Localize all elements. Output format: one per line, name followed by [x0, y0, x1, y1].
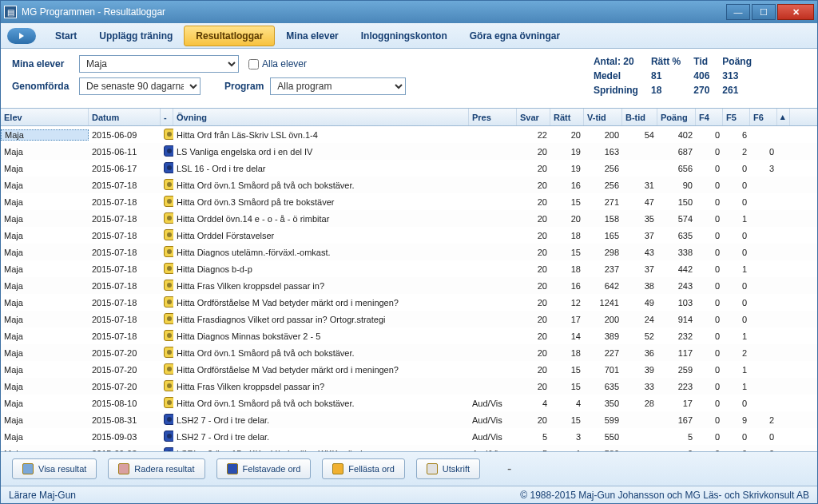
titlebar: ▤ MG Programmen - Resultatloggar — ☐ ✕ — [1, 1, 817, 23]
utskrift-button[interactable]: Utskrift — [416, 458, 480, 479]
tab-mina-elever[interactable]: Mina elever — [275, 26, 349, 46]
exercise-icon — [164, 313, 173, 324]
mina-elever-select[interactable]: Maja — [79, 55, 239, 73]
main-tabs: Start Upplägg träning Resultatloggar Min… — [1, 23, 817, 49]
table-row[interactable]: Maja2015-07-18Hitta Ord övn.1 Småord på … — [1, 177, 817, 193]
app-icon: ▤ — [4, 6, 17, 18]
col-f4[interactable]: F4 — [696, 109, 723, 125]
tab-start[interactable]: Start — [44, 26, 88, 46]
exercise-icon — [164, 263, 173, 274]
table-row[interactable]: Maja2015-07-20Hitta Ord övn.1 Småord på … — [1, 344, 817, 361]
col-pres[interactable]: Pres — [469, 109, 517, 125]
col-f6[interactable]: F6 — [750, 109, 777, 125]
tab-inloggning[interactable]: Inloggningskonton — [350, 26, 459, 46]
exercise-icon — [164, 129, 173, 140]
grid-icon — [22, 463, 34, 474]
table-row[interactable]: Maja2015-07-18Hitta Ordförståelse M Vad … — [1, 294, 817, 311]
table-row[interactable]: Maja2015-09-03LSRime2 övn.15 - KK + V(a-… — [1, 445, 817, 451]
table-row[interactable]: Maja2015-07-18Hitta Diagnos utelämn.-för… — [1, 244, 817, 260]
col-ovning[interactable]: Övning — [173, 109, 469, 125]
trash-icon — [118, 463, 129, 474]
status-copyright: © 1988-2015 Maj-Gun Johansson och MG Läs… — [520, 490, 809, 501]
table-row[interactable]: Maja2015-07-18Hitta Fras Vilken kroppsde… — [1, 277, 817, 294]
col-svar[interactable]: Svar — [517, 109, 550, 125]
alla-elever-label: Alla elever — [262, 58, 307, 69]
genomforda-label: Genomförda — [12, 81, 79, 92]
table-row[interactable]: Maja2015-07-18Hitta Ord övn.3 Småord på … — [1, 193, 817, 210]
radera-resultat-button[interactable]: Radera resultat — [108, 458, 204, 479]
statusbar: Lärare Maj-Gun © 1988-2015 Maj-Gun Johan… — [1, 486, 817, 503]
felstavade-button[interactable]: Felstavade ord — [216, 458, 312, 479]
grid-header: Elev Datum - Övning Pres Svar Rätt V-tid… — [1, 109, 817, 126]
tab-upplagg[interactable]: Upplägg träning — [88, 26, 184, 46]
maximize-button[interactable]: ☐ — [752, 4, 776, 20]
table-row[interactable]: Maja2015-08-10Hitta Ord övn.1 Småord på … — [1, 395, 817, 411]
exercise-icon — [164, 347, 173, 358]
summary-table: Antal: 20Rätt %TidPoäng Medel81406313 Sp… — [592, 54, 764, 98]
col-vtid[interactable]: V-tid — [584, 109, 622, 125]
program-label: Program — [224, 81, 264, 92]
chevron-right-icon — [19, 33, 24, 39]
exercise-icon — [164, 296, 173, 308]
exercise-icon — [164, 179, 173, 190]
exercise-icon — [164, 397, 173, 408]
window-title: MG Programmen - Resultatloggar — [22, 6, 165, 18]
col-elev[interactable]: Elev — [1, 109, 89, 125]
exercise-icon — [164, 414, 173, 425]
footer-dash: - — [507, 462, 511, 476]
minimize-button[interactable]: — — [726, 4, 750, 20]
genomforda-select[interactable]: De senaste 90 dagarna — [79, 77, 201, 95]
table-row[interactable]: Maja2015-06-17LSL 16 - Ord i tre delar20… — [1, 160, 817, 177]
col-btid[interactable]: B-tid — [622, 109, 657, 125]
tab-ovningar[interactable]: Göra egna övningar — [459, 26, 571, 46]
print-icon — [427, 463, 438, 474]
fellasta-button[interactable]: Fellästa ord — [322, 458, 404, 479]
exercise-icon — [164, 447, 173, 452]
app-menu-button[interactable] — [7, 28, 36, 44]
table-row[interactable]: Maja2015-07-20Hitta Ordförståelse M Vad … — [1, 361, 817, 378]
alla-elever-checkbox[interactable] — [248, 59, 259, 69]
results-grid: Elev Datum - Övning Pres Svar Rätt V-tid… — [1, 108, 817, 451]
exercise-icon — [164, 145, 173, 157]
exercise-icon — [164, 363, 173, 375]
grid-body[interactable]: Maja2015-06-09Hitta Ord från Läs-Skriv L… — [1, 126, 817, 451]
exercise-icon — [164, 196, 173, 207]
person-icon — [227, 463, 238, 474]
col-dash[interactable]: - — [161, 109, 173, 125]
visa-resultat-button[interactable]: Visa resultat — [12, 458, 97, 479]
table-row[interactable]: Maja2015-06-11LS Vanliga engelska ord i … — [1, 143, 817, 160]
table-row[interactable]: Maja2015-07-18Hitta Orddel övn.14 e - o … — [1, 210, 817, 227]
col-datum[interactable]: Datum — [89, 109, 161, 125]
exercise-icon — [164, 162, 173, 173]
table-row[interactable]: Maja2015-07-20Hitta Fras Vilken kroppsde… — [1, 378, 817, 395]
table-row[interactable]: Maja2015-07-18Hitta Diagnos b-d-p2018237… — [1, 260, 817, 277]
close-button[interactable]: ✕ — [777, 4, 814, 20]
col-ratt[interactable]: Rätt — [550, 109, 584, 125]
table-row[interactable]: Maja2015-07-18Hitta Orddel Förstavelser2… — [1, 227, 817, 244]
exercise-icon — [164, 380, 173, 391]
exercise-icon — [164, 229, 173, 240]
table-row[interactable]: Maja2015-06-09Hitta Ord från Läs-Skriv L… — [1, 126, 817, 143]
status-user: Lärare Maj-Gun — [9, 490, 76, 501]
table-row[interactable]: Maja2015-08-31LSH2 7 - Ord i tre delar.A… — [1, 411, 817, 428]
col-poang[interactable]: Poäng — [657, 109, 696, 125]
scroll-up-icon[interactable]: ▴ — [777, 109, 790, 125]
tab-resultat[interactable]: Resultatloggar — [184, 26, 275, 46]
program-select[interactable]: Alla program — [270, 77, 406, 95]
exercise-icon — [164, 246, 173, 257]
exercise-icon — [164, 212, 173, 224]
mina-elever-label: Mina elever — [12, 58, 79, 69]
table-row[interactable]: Maja2015-07-18Hitta Frasdiagnos Vilket o… — [1, 311, 817, 327]
exercise-icon — [164, 280, 173, 291]
exercise-icon — [164, 431, 173, 442]
person-icon — [332, 463, 343, 474]
footer-toolbar: Visa resultat Radera resultat Felstavade… — [1, 451, 817, 486]
filter-panel: Mina elever Maja Alla elever Genomförda … — [1, 49, 817, 108]
table-row[interactable]: Maja2015-07-18Hitta Diagnos Minnas bokst… — [1, 327, 817, 344]
exercise-icon — [164, 330, 173, 341]
table-row[interactable]: Maja2015-09-03LSH2 7 - Ord i tre delar.A… — [1, 428, 817, 445]
col-f5[interactable]: F5 — [723, 109, 750, 125]
